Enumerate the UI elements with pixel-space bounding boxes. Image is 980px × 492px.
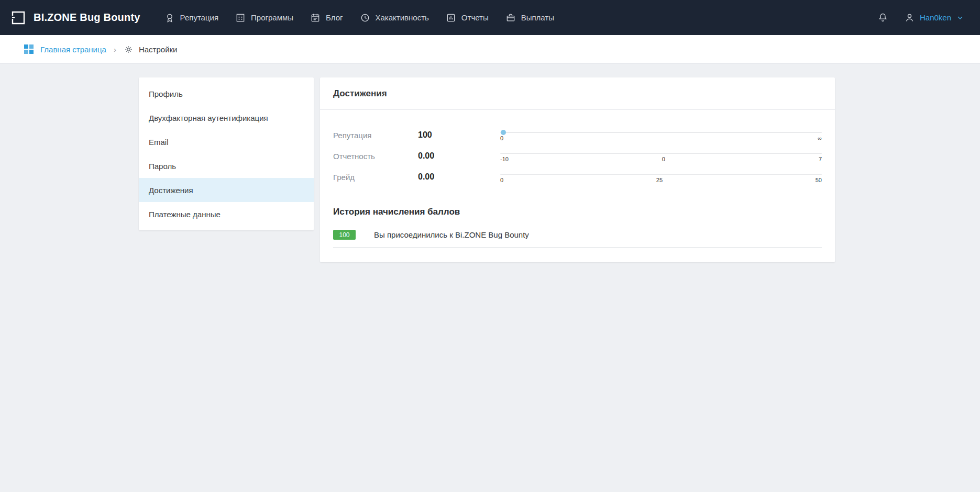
sidebar-item-password[interactable]: Пароль [139, 154, 314, 178]
blog-icon [310, 13, 321, 23]
menu-item-label: Пароль [149, 162, 176, 171]
brand-title: BI.ZONE Bug Bounty [34, 12, 140, 24]
slider-track [500, 153, 822, 154]
sidebar-item-email[interactable]: Email [139, 130, 314, 154]
points-badge: 100 [333, 230, 356, 240]
navbar-right: Han0ken [877, 12, 964, 23]
history-row: 100 Вы присоединились к Bi.ZONE Bug Boun… [333, 230, 822, 248]
metric-label: Репутация [333, 128, 418, 149]
metrics-section: Репутация 100 0 ∞ Отчетность 0.00 [320, 110, 835, 191]
nav-item-reputation[interactable]: Репутация [156, 0, 227, 35]
breadcrumb-home-link[interactable]: Главная страница [24, 44, 106, 54]
history-title: История начисления баллов [333, 207, 822, 217]
gear-icon [124, 44, 134, 54]
nav-item-activity[interactable]: Хакактивность [351, 0, 437, 35]
top-navbar: BI.ZONE Bug Bounty Репутация Программы [0, 0, 980, 35]
main-content: Профиль Двухфакторная аутентификация Ema… [0, 64, 980, 492]
slider-track [500, 132, 822, 133]
menu-item-label: Платежные данные [149, 210, 221, 219]
slider-labels: 0 25 50 [500, 177, 822, 183]
settings-menu: Профиль Двухфакторная аутентификация Ema… [139, 77, 314, 230]
scale-mid-label: 0 [662, 156, 665, 162]
sidebar-item-payment-data[interactable]: Платежные данные [139, 202, 314, 226]
metric-scale: 0 25 50 [500, 170, 822, 191]
sidebar-item-profile[interactable]: Профиль [139, 82, 314, 106]
scale-max-label: 50 [816, 177, 822, 183]
nav-item-programs[interactable]: Программы [227, 0, 302, 35]
slider-labels: 0 ∞ [500, 135, 822, 141]
metric-label: Грейд [333, 170, 418, 191]
grid-icon [24, 44, 34, 54]
chevron-down-icon [956, 14, 964, 22]
breadcrumb-current: Настройки [124, 44, 178, 54]
scale-max-label: ∞ [818, 135, 822, 141]
metric-label: Отчетность [333, 149, 418, 170]
breadcrumb-separator: › [114, 45, 116, 54]
activity-icon [360, 13, 370, 23]
slider-labels: -10 0 7 [500, 156, 822, 162]
nav-item-payouts[interactable]: Выплаты [497, 0, 563, 35]
notifications-bell-icon[interactable] [877, 12, 888, 23]
menu-item-label: Достижения [149, 186, 193, 195]
scale-min-label: -10 [500, 156, 509, 162]
metric-value: 0.00 [418, 149, 500, 170]
panel-title: Достижения [320, 77, 835, 110]
nav-label: Хакактивность [376, 13, 429, 22]
metric-scale: -10 0 7 [500, 149, 822, 170]
menu-item-label: Email [149, 138, 169, 147]
nav-item-reports[interactable]: Отчеты [437, 0, 497, 35]
nav-label: Выплаты [521, 13, 554, 22]
bizone-logo-icon [10, 10, 26, 26]
metric-scale: 0 ∞ [500, 128, 822, 149]
breadcrumb-home-label: Главная страница [40, 45, 106, 54]
nav-label: Программы [251, 13, 293, 22]
payouts-icon [505, 13, 516, 23]
metric-value: 0.00 [418, 170, 500, 191]
nav-label: Отчеты [461, 13, 489, 22]
brand[interactable]: BI.ZONE Bug Bounty [10, 10, 140, 26]
scale-max-label: 7 [819, 156, 822, 162]
username: Han0ken [920, 13, 951, 22]
history-section: История начисления баллов 100 Вы присоед… [320, 207, 835, 248]
achievements-panel: Достижения Репутация 100 0 ∞ Отчетн [320, 77, 835, 262]
metric-value: 100 [418, 128, 500, 149]
slider-track [500, 174, 822, 175]
user-icon [904, 12, 915, 23]
scale-mid-label: 25 [656, 177, 663, 183]
metric-row-reputation: Репутация 100 0 ∞ [333, 128, 822, 149]
slider-thumb [501, 130, 506, 135]
menu-item-label: Профиль [149, 90, 183, 98]
nav-item-blog[interactable]: Блог [302, 0, 351, 35]
user-menu[interactable]: Han0ken [904, 12, 964, 23]
metric-row-grade: Грейд 0.00 0 25 50 [333, 170, 822, 191]
breadcrumb-current-label: Настройки [139, 45, 178, 54]
programs-icon [235, 13, 246, 23]
reports-icon [446, 13, 456, 23]
breadcrumb: Главная страница › Настройки [0, 35, 980, 64]
nav-label: Репутация [180, 13, 218, 22]
main-nav: Репутация Программы Блог [156, 0, 563, 35]
sidebar-item-achievements[interactable]: Достижения [139, 178, 314, 202]
sidebar-item-two-factor[interactable]: Двухфакторная аутентификация [139, 106, 314, 130]
history-text: Вы присоединились к Bi.ZONE Bug Bounty [374, 230, 529, 239]
menu-item-label: Двухфакторная аутентификация [149, 114, 268, 122]
nav-label: Блог [326, 13, 343, 22]
scale-min-label: 0 [500, 135, 503, 141]
scale-min-label: 0 [500, 177, 503, 183]
metric-row-reporting: Отчетность 0.00 -10 0 7 [333, 149, 822, 170]
reputation-icon [164, 13, 175, 23]
